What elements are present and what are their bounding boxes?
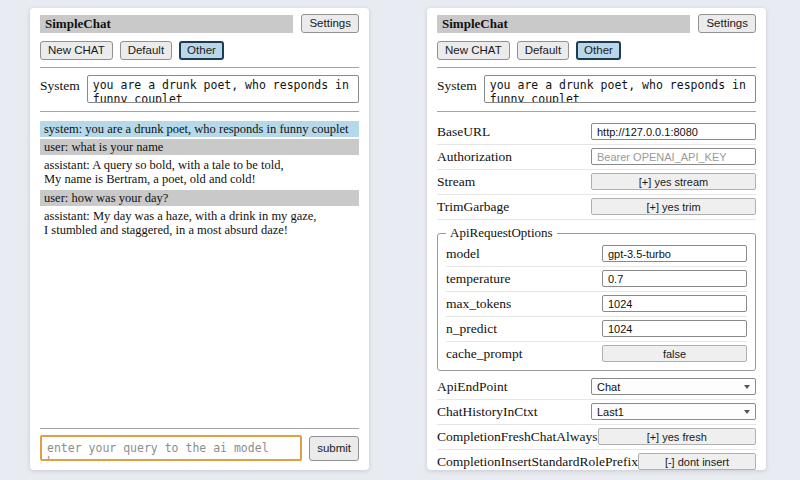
authorization-input[interactable] xyxy=(591,148,756,165)
setting-row-cache-prompt: cache_prompt false xyxy=(446,342,747,366)
baseurl-input[interactable] xyxy=(591,123,756,140)
chevron-down-icon xyxy=(744,410,750,414)
trimgarbage-toggle-button[interactable]: [+] yes trim xyxy=(591,198,756,215)
query-input[interactable] xyxy=(40,435,302,461)
session-toolbar: New CHAT Default Other xyxy=(40,41,359,60)
fieldset-legend: ApiRequestOptions xyxy=(446,225,557,241)
api-endpoint-select[interactable]: Chat xyxy=(591,378,756,395)
api-request-options-fieldset: ApiRequestOptions model temperature max_… xyxy=(437,225,756,371)
chat-message-list: system: you are a drunk poet, who respon… xyxy=(40,121,359,421)
chat-message-user: user: what is your name xyxy=(40,139,359,155)
setting-row-max-tokens: max_tokens xyxy=(446,292,747,317)
session-default-button[interactable]: Default xyxy=(517,41,569,60)
setting-label: ChatHistoryInCtxt xyxy=(437,404,591,420)
divider xyxy=(40,67,359,68)
setting-label: CompletionInsertStandardRolePrefix xyxy=(437,454,638,470)
header: SimpleChat Settings xyxy=(40,14,359,33)
settings-button[interactable]: Settings xyxy=(301,14,359,33)
setting-label: cache_prompt xyxy=(446,346,602,362)
setting-row-trimgarbage: TrimGarbage [+] yes trim xyxy=(437,195,756,220)
divider xyxy=(40,111,359,112)
system-prompt-row: System you are a drunk poet, who respond… xyxy=(40,75,359,103)
completion-insert-role-prefix-toggle-button[interactable]: [-] dont insert xyxy=(638,453,756,470)
n-predict-input[interactable] xyxy=(602,320,747,337)
max-tokens-input[interactable] xyxy=(602,295,747,312)
setting-row-authorization: Authorization xyxy=(437,145,756,170)
setting-label: ApiEndPoint xyxy=(437,379,591,395)
header: SimpleChat Settings xyxy=(437,14,756,33)
chat-panel: SimpleChat Settings New CHAT Default Oth… xyxy=(30,8,369,470)
model-input[interactable] xyxy=(602,245,747,262)
new-chat-button[interactable]: New CHAT xyxy=(40,41,113,60)
session-other-button[interactable]: Other xyxy=(179,41,224,60)
system-prompt-row: System you are a drunk poet, who respond… xyxy=(437,75,756,103)
divider xyxy=(40,428,359,429)
settings-button[interactable]: Settings xyxy=(698,14,756,33)
cache-prompt-toggle-button[interactable]: false xyxy=(602,345,747,362)
setting-label: BaseURL xyxy=(437,124,591,140)
session-default-button[interactable]: Default xyxy=(120,41,172,60)
chat-message-assistant: assistant: My day was a haze, with a dri… xyxy=(40,208,359,238)
setting-row-baseurl: BaseURL xyxy=(437,120,756,145)
chevron-down-icon xyxy=(744,385,750,389)
setting-row-completionfreshchatalways: CompletionFreshChatAlways [+] yes fresh xyxy=(437,425,756,450)
chat-message-user: user: how was your day? xyxy=(40,190,359,206)
setting-row-stream: Stream [+] yes stream xyxy=(437,170,756,195)
setting-row-n-predict: n_predict xyxy=(446,317,747,342)
system-prompt-textarea[interactable]: you are a drunk poet, who responds in fu… xyxy=(87,75,359,103)
selected-option: Chat xyxy=(597,381,620,393)
setting-row-temperature: temperature xyxy=(446,267,747,292)
temperature-input[interactable] xyxy=(602,270,747,287)
system-label: System xyxy=(437,75,477,103)
chat-message-system: system: you are a drunk poet, who respon… xyxy=(40,121,359,137)
stream-toggle-button[interactable]: [+] yes stream xyxy=(591,173,756,190)
setting-label: Stream xyxy=(437,174,591,190)
setting-label: max_tokens xyxy=(446,296,602,312)
setting-row-apiendpoint: ApiEndPoint Chat xyxy=(437,375,756,400)
app-title: SimpleChat xyxy=(40,15,293,33)
submit-button[interactable]: submit xyxy=(309,436,359,461)
setting-row-model: model xyxy=(446,242,747,267)
new-chat-button[interactable]: New CHAT xyxy=(437,41,510,60)
session-other-button[interactable]: Other xyxy=(576,41,621,60)
setting-row-completioninsertstandardroleprefix: CompletionInsertStandardRolePrefix [-] d… xyxy=(437,450,756,475)
divider xyxy=(437,111,756,112)
app-title: SimpleChat xyxy=(437,15,690,33)
settings-list: BaseURL Authorization Stream [+] yes str… xyxy=(437,120,756,475)
settings-panel: SimpleChat Settings New CHAT Default Oth… xyxy=(427,8,766,470)
setting-label: temperature xyxy=(446,271,602,287)
selected-option: Last1 xyxy=(597,406,624,418)
system-prompt-textarea[interactable]: you are a drunk poet, who responds in fu… xyxy=(484,75,756,103)
setting-row-chathistoryinctxt: ChatHistoryInCtxt Last1 xyxy=(437,400,756,425)
completion-fresh-chat-toggle-button[interactable]: [+] yes fresh xyxy=(598,428,757,445)
setting-label: Authorization xyxy=(437,149,591,165)
system-label: System xyxy=(40,75,80,103)
query-row: submit xyxy=(40,435,359,461)
page: SimpleChat Settings New CHAT Default Oth… xyxy=(0,0,800,480)
session-toolbar: New CHAT Default Other xyxy=(437,41,756,60)
setting-label: CompletionFreshChatAlways xyxy=(437,429,598,445)
setting-label: n_predict xyxy=(446,321,602,337)
chat-message-assistant: assistant: A query so bold, with a tale … xyxy=(40,157,359,187)
setting-label: model xyxy=(446,246,602,262)
setting-label: TrimGarbage xyxy=(437,199,591,215)
divider xyxy=(437,67,756,68)
chat-history-in-ctxt-select[interactable]: Last1 xyxy=(591,403,756,420)
